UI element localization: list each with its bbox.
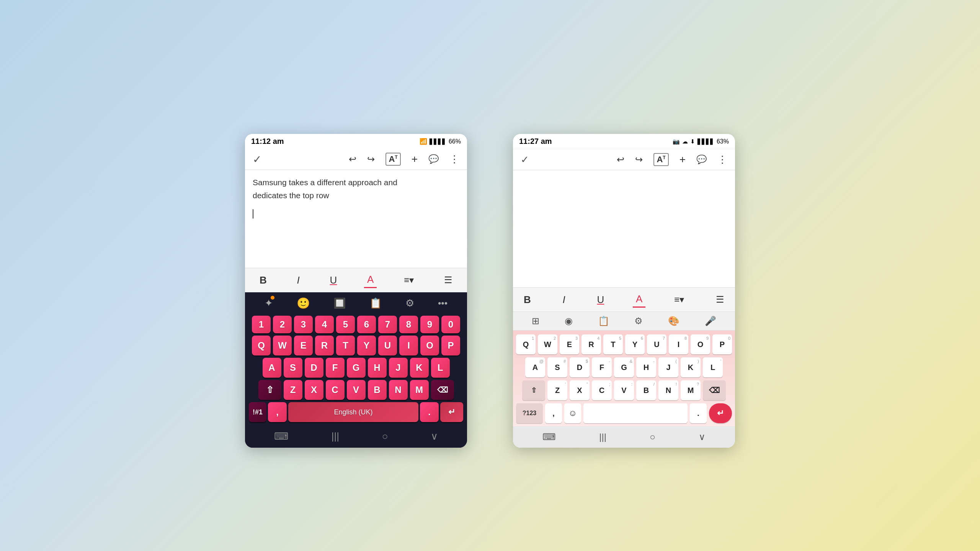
phone1-key-a[interactable]: A <box>263 358 281 378</box>
phone1-sticker-button[interactable]: 🔲 <box>333 297 346 309</box>
phone2-check-button[interactable]: ✓ <box>521 154 529 166</box>
phone1-key-2[interactable]: 2 <box>273 316 292 333</box>
phone2-key-u[interactable]: U7 <box>647 334 666 354</box>
phone1-settings-button[interactable]: ⚙ <box>405 297 414 309</box>
phone1-period-button[interactable]: . <box>420 402 439 422</box>
phone1-key-o[interactable]: O <box>420 336 439 355</box>
phone2-fn-button[interactable]: ?123 <box>516 403 543 423</box>
phone1-key-4[interactable]: 4 <box>315 316 334 333</box>
phone2-italic-button[interactable]: I <box>560 292 568 307</box>
phone2-key-w[interactable]: W2 <box>538 334 557 354</box>
phone1-comma-button[interactable]: , <box>268 402 287 422</box>
phone2-key-c[interactable]: C; <box>592 380 612 400</box>
phone2-fontcolor-button[interactable]: A <box>633 292 645 308</box>
phone2-key-x[interactable]: X" <box>570 380 590 400</box>
phone1-fontcolor-button[interactable]: A <box>364 272 377 288</box>
phone2-redo-button[interactable]: ↪ <box>635 154 643 165</box>
phone1-fn-button[interactable]: !#1 <box>249 402 266 422</box>
phone2-key-f[interactable]: F- <box>592 357 612 377</box>
phone2-emoji2-button[interactable]: ◉ <box>565 316 573 326</box>
phone1-key-g[interactable]: G <box>347 358 366 378</box>
phone1-key-8[interactable]: 8 <box>399 316 418 333</box>
phone2-align-button[interactable]: ≡▾ <box>671 293 687 306</box>
phone1-key-y[interactable]: Y <box>357 336 376 355</box>
phone2-comma-button[interactable]: , <box>545 403 562 423</box>
phone1-emoji-kb-button[interactable]: 🙂 <box>297 297 310 310</box>
phone1-delete-button[interactable]: ⌫ <box>431 380 454 400</box>
phone1-add-button[interactable]: + <box>412 153 418 165</box>
phone2-key-l[interactable]: L' <box>703 357 723 377</box>
phone1-key-n[interactable]: N <box>389 380 408 400</box>
phone2-key-p[interactable]: P0 <box>712 334 732 354</box>
phone1-align-button[interactable]: ≡▾ <box>401 273 417 287</box>
phone2-key-i[interactable]: I8 <box>669 334 688 354</box>
phone1-key-0[interactable]: 0 <box>441 316 460 333</box>
phone1-more-button[interactable]: ⋮ <box>449 153 459 165</box>
phone1-key-e[interactable]: E <box>294 336 313 355</box>
phone1-key-f[interactable]: F <box>326 358 345 378</box>
phone1-key-1[interactable]: 1 <box>252 316 271 333</box>
phone1-key-v[interactable]: V <box>347 380 366 400</box>
phone1-enter-button[interactable]: ↵ <box>440 402 463 422</box>
phone1-space-button[interactable]: English (UK) <box>288 402 418 422</box>
phone2-comment-button[interactable]: 💬 <box>696 155 707 165</box>
phone2-key-n[interactable]: N! <box>658 380 678 400</box>
phone2-nav-back[interactable]: ||| <box>599 432 606 442</box>
phone1-nav-home[interactable]: ○ <box>382 430 388 442</box>
phone1-key-p[interactable]: P <box>441 336 460 355</box>
phone2-delete-button[interactable]: ⌫ <box>703 380 726 400</box>
phone2-key-t[interactable]: T5 <box>603 334 623 354</box>
phone1-key-i[interactable]: I <box>399 336 418 355</box>
phone2-key-j[interactable]: J( <box>658 357 678 377</box>
phone1-undo-button[interactable]: ↩ <box>349 154 356 165</box>
phone1-text-area[interactable]: Samsung takes a different approach and d… <box>245 170 467 268</box>
phone1-key-x[interactable]: X <box>305 380 323 400</box>
phone1-key-d[interactable]: D <box>305 358 323 378</box>
phone2-key-a[interactable]: A@ <box>525 357 545 377</box>
phone2-key-m[interactable]: M? <box>681 380 701 400</box>
phone1-key-j[interactable]: J <box>389 358 408 378</box>
phone1-check-button[interactable]: ✓ <box>253 153 261 166</box>
phone1-key-5[interactable]: 5 <box>336 316 355 333</box>
phone2-bold-button[interactable]: B <box>521 292 534 307</box>
phone1-comment-button[interactable]: 💬 <box>428 154 439 164</box>
phone2-mic-button[interactable]: 🎤 <box>705 316 716 326</box>
phone2-shift-button[interactable]: ⇧ <box>522 380 545 400</box>
phone1-more-kb-button[interactable]: ••• <box>438 298 448 309</box>
phone2-clipboard2-button[interactable]: 📋 <box>598 316 609 326</box>
phone1-nav-keyboard[interactable]: ⌨ <box>274 430 289 442</box>
phone2-list-button[interactable]: ☰ <box>713 293 727 306</box>
phone1-redo-button[interactable]: ↪ <box>367 154 375 165</box>
phone2-key-d[interactable]: D$ <box>570 357 590 377</box>
phone1-key-r[interactable]: R <box>315 336 334 355</box>
phone1-nav-close[interactable]: ∨ <box>431 430 438 442</box>
phone2-undo-button[interactable]: ↩ <box>617 154 624 165</box>
phone2-key-y[interactable]: Y6 <box>625 334 645 354</box>
phone1-key-m[interactable]: M <box>410 380 429 400</box>
phone1-key-k[interactable]: K <box>410 358 429 378</box>
phone2-palette-button[interactable]: 🎨 <box>668 316 679 326</box>
phone1-key-q[interactable]: Q <box>252 336 271 355</box>
phone1-key-z[interactable]: Z <box>284 380 302 400</box>
phone1-key-u[interactable]: U <box>378 336 397 355</box>
phone1-clipboard-button[interactable]: 📋 <box>369 297 382 309</box>
phone1-key-7[interactable]: 7 <box>378 316 397 333</box>
phone2-nav-home[interactable]: ○ <box>650 432 655 442</box>
phone2-emoji-key[interactable]: ☺ <box>564 403 581 423</box>
phone1-key-h[interactable]: H <box>368 358 387 378</box>
phone2-add-button[interactable]: + <box>679 153 686 166</box>
phone2-underline-button[interactable]: U <box>594 292 608 307</box>
phone2-key-k[interactable]: K) <box>681 357 701 377</box>
phone2-more-button[interactable]: ⋮ <box>717 154 727 166</box>
phone1-list-button[interactable]: ☰ <box>441 273 456 287</box>
phone1-italic-button[interactable]: I <box>294 273 303 288</box>
phone2-text-area[interactable] <box>513 170 735 287</box>
phone1-key-b[interactable]: B <box>368 380 387 400</box>
phone1-key-3[interactable]: 3 <box>294 316 313 333</box>
phone1-key-t[interactable]: T <box>336 336 355 355</box>
phone2-nav-keyboard[interactable]: ⌨ <box>542 432 556 442</box>
phone2-key-v[interactable]: V: <box>614 380 634 400</box>
phone1-key-9[interactable]: 9 <box>420 316 439 333</box>
phone1-nav-back[interactable]: ||| <box>332 430 339 442</box>
phone2-key-g[interactable]: G& <box>614 357 634 377</box>
